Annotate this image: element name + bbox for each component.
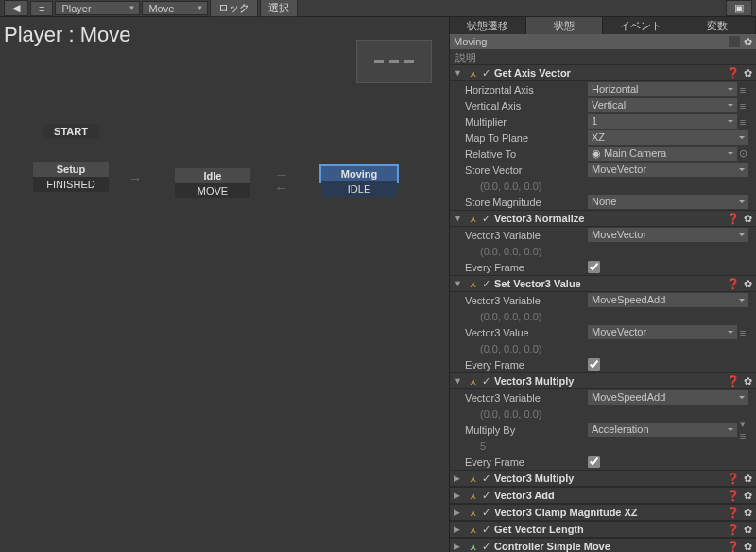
gear-icon[interactable]: ✿ <box>744 541 752 553</box>
fold-icon[interactable]: ▶ <box>454 525 463 534</box>
action-header[interactable]: ▶⋏✓Vector3 Add❓✿ <box>450 487 756 504</box>
action-header[interactable]: ▼⋏✓Set Vector3 Value❓✿ <box>450 275 756 292</box>
action-header[interactable]: ▼⋏✓Get Axis Vector❓✿ <box>450 64 756 81</box>
property-value[interactable]: MoveSpeedAdd <box>588 390 748 405</box>
property-label: Multiplier <box>465 116 588 128</box>
property-value[interactable]: XZ <box>588 130 748 145</box>
gear-icon[interactable]: ✿ <box>744 375 752 388</box>
property-options-icon[interactable]: ≡ <box>737 116 748 128</box>
gear-icon[interactable]: ✿ <box>744 524 752 536</box>
action-enable-check[interactable]: ✓ <box>482 67 490 79</box>
gear-icon[interactable]: ✿ <box>744 36 752 48</box>
action-enable-check[interactable]: ✓ <box>482 473 490 485</box>
node-setup[interactable]: Setup FINISHED <box>33 162 109 192</box>
action-header[interactable]: ▶⋏✓Vector3 Multiply❓✿ <box>450 470 756 487</box>
action-header[interactable]: ▼⋏✓Vector3 Normalize❓✿ <box>450 210 756 227</box>
property-options-icon[interactable]: ≡ <box>737 100 748 112</box>
gear-icon[interactable]: ✿ <box>744 473 752 485</box>
action-header[interactable]: ▶⋏✓Get Vector Length❓✿ <box>450 521 756 538</box>
node-idle[interactable]: Idle MOVE <box>175 168 250 198</box>
property-checkbox[interactable] <box>588 358 600 371</box>
tab-events[interactable]: イベント <box>603 17 679 34</box>
property-row: Every Frame <box>450 259 756 275</box>
fold-icon[interactable]: ▶ <box>454 474 463 483</box>
property-options-icon[interactable]: ≡ <box>737 327 748 338</box>
property-value[interactable]: MoveVector <box>588 325 737 339</box>
help-icon[interactable]: ❓ <box>727 213 740 225</box>
property-value[interactable]: Horizontal <box>588 82 737 96</box>
help-icon[interactable]: ❓ <box>727 67 740 79</box>
action-enable-check[interactable]: ✓ <box>482 490 490 502</box>
node-moving[interactable]: Moving IDLE <box>321 166 397 197</box>
node-transition[interactable]: FINISHED <box>33 177 109 192</box>
tab-variables[interactable]: 変数 <box>679 17 756 34</box>
action-enable-check[interactable]: ✓ <box>482 213 490 225</box>
fold-icon[interactable]: ▶ <box>454 542 463 551</box>
gear-icon[interactable]: ✿ <box>744 67 752 79</box>
minimap[interactable] <box>356 40 432 83</box>
fold-icon[interactable]: ▼ <box>454 68 463 78</box>
color-swatch[interactable] <box>729 36 740 47</box>
nav-back-button[interactable]: ◀ <box>4 0 28 16</box>
gear-icon[interactable]: ✿ <box>744 213 752 225</box>
fold-icon[interactable]: ▶ <box>454 491 463 500</box>
lock-button[interactable]: ロック <box>210 0 258 17</box>
actions-scroll[interactable]: ▼⋏✓Get Axis Vector❓✿Horizontal AxisHoriz… <box>450 64 756 552</box>
action-enable-check[interactable]: ✓ <box>482 278 490 290</box>
node-transition[interactable]: MOVE <box>175 183 250 198</box>
property-options-icon[interactable]: ≡ <box>737 84 748 95</box>
node-transition[interactable]: IDLE <box>321 181 397 197</box>
property-value[interactable]: 1 <box>588 114 737 129</box>
gear-icon[interactable]: ✿ <box>744 278 752 290</box>
property-value[interactable]: ◉ Main Camera <box>588 147 737 161</box>
help-icon[interactable]: ❓ <box>727 507 740 519</box>
arrow-icon: ← <box>274 180 289 197</box>
property-value[interactable]: Vertical <box>588 98 737 112</box>
nav-list-button[interactable]: ≡ <box>30 1 53 16</box>
property-label: Vector3 Variable <box>465 295 588 306</box>
property-label: Every Frame <box>465 262 588 273</box>
property-value[interactable]: MoveVector <box>588 228 748 242</box>
property-checkbox[interactable] <box>588 456 600 468</box>
action-enable-check[interactable]: ✓ <box>482 507 490 519</box>
action-enable-check[interactable]: ✓ <box>482 541 490 553</box>
help-icon[interactable]: ❓ <box>727 490 740 502</box>
action-header[interactable]: ▶⋏✓Vector3 Clamp Magnitude XZ❓✿ <box>450 504 756 521</box>
fsm-dropdown[interactable]: Player▼ <box>55 1 140 15</box>
property-row: Vector3 VariableMoveSpeedAdd <box>450 389 756 405</box>
node-start[interactable]: START <box>43 124 99 139</box>
action-header[interactable]: ▶⋏✓Controller Simple Move❓✿ <box>450 538 756 552</box>
property-row: Map To PlaneXZ <box>450 129 756 146</box>
property-checkbox[interactable] <box>588 261 600 273</box>
tab-state[interactable]: 状態 <box>526 17 603 34</box>
state-name-field[interactable]: Moving <box>454 36 487 47</box>
select-button[interactable]: 選択 <box>260 0 298 17</box>
fold-icon[interactable]: ▼ <box>454 214 463 223</box>
action-header[interactable]: ▼⋏✓Vector3 Multiply❓✿ <box>450 372 756 389</box>
state-dropdown[interactable]: Move▼ <box>142 1 208 15</box>
fold-icon[interactable]: ▼ <box>454 279 463 288</box>
help-icon[interactable]: ❓ <box>727 278 740 290</box>
property-value[interactable]: MoveSpeedAdd <box>588 293 748 307</box>
tab-transitions[interactable]: 状態遷移 <box>450 17 526 34</box>
fold-icon[interactable]: ▼ <box>454 376 463 386</box>
property-value[interactable]: MoveVector <box>588 163 748 177</box>
fold-icon[interactable]: ▶ <box>454 508 463 517</box>
maximize-icon[interactable]: ▣ <box>726 0 752 16</box>
action-name: Get Axis Vector <box>494 67 723 78</box>
gear-icon[interactable]: ✿ <box>744 507 752 519</box>
action-enable-check[interactable]: ✓ <box>482 524 490 536</box>
property-value[interactable]: None <box>588 195 748 209</box>
action-enable-check[interactable]: ✓ <box>482 375 490 388</box>
property-options-icon[interactable]: ⊙ <box>737 147 748 160</box>
graph-title: Player : Move <box>4 23 131 47</box>
help-icon[interactable]: ❓ <box>727 524 740 536</box>
property-value[interactable]: Acceleration <box>588 423 737 437</box>
help-icon[interactable]: ❓ <box>727 473 740 485</box>
gear-icon[interactable]: ✿ <box>744 490 752 502</box>
help-icon[interactable]: ❓ <box>727 541 740 553</box>
inspector-tabs: 状態遷移 状態 イベント 変数 <box>450 17 756 34</box>
help-icon[interactable]: ❓ <box>727 375 740 388</box>
graph-canvas[interactable]: Player : Move START Setup FINISHED Idle … <box>0 17 449 552</box>
property-options-icon[interactable]: ▾ ≡ <box>737 418 748 441</box>
